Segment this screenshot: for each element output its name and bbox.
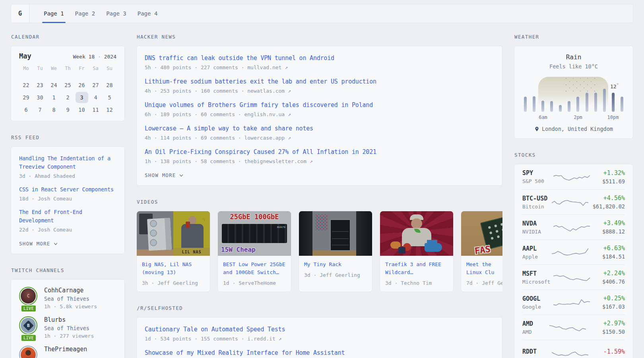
calendar-day: 12 bbox=[103, 104, 116, 115]
avatar[interactable]: C bbox=[19, 287, 37, 305]
stock-price: $406.76 bbox=[590, 278, 625, 285]
weekday-header: Mo bbox=[19, 66, 33, 74]
weather-bar bbox=[524, 97, 527, 112]
calendar-day: 29 bbox=[20, 92, 33, 103]
weekday-header: Sa bbox=[89, 66, 103, 74]
video-title-link[interactable]: My Tiny Rack bbox=[304, 261, 367, 268]
avatar[interactable] bbox=[19, 346, 37, 358]
external-link-icon[interactable]: ↗ bbox=[288, 88, 291, 94]
stock-name: NVIDIA bbox=[522, 229, 553, 235]
show-more-label: SHOW MORE bbox=[19, 241, 50, 247]
middle-column: HACKER NEWS DNS traffic can leak outside… bbox=[136, 34, 502, 358]
rss-item-link[interactable]: Handling The Indentation of a Treeview C… bbox=[19, 154, 116, 171]
thumbnail-brand: mikro bbox=[277, 226, 285, 229]
reddit-item-link[interactable]: Cautionary Tale on Automated Speed Tests bbox=[145, 325, 494, 334]
video-card: 25GbE 100GbE mikro 15W Cheap BEST Low Po… bbox=[217, 211, 291, 292]
rss-item: Handling The Indentation of a Treeview C… bbox=[19, 154, 116, 179]
stock-row: RDDT -1.59% bbox=[522, 340, 625, 358]
video-thumbnail[interactable]: FAS bbox=[461, 211, 502, 256]
external-link-icon[interactable]: ↗ bbox=[279, 336, 282, 342]
app-logo[interactable]: G bbox=[11, 4, 29, 23]
external-link-icon[interactable]: ↗ bbox=[288, 135, 291, 141]
hackernews-card: DNS traffic can leak outside the VPN tun… bbox=[136, 46, 502, 186]
stock-symbol[interactable]: GOOGL bbox=[522, 295, 553, 302]
video-title-link[interactable]: Meet theLinux Clu bbox=[466, 261, 502, 276]
calendar-day: 4 bbox=[89, 92, 102, 103]
video-thumbnail[interactable]: ⇘ LIL NAS bbox=[137, 211, 210, 256]
stock-price: $888.12 bbox=[590, 228, 625, 235]
chevron-down-icon bbox=[179, 173, 184, 178]
hn-item-link[interactable]: Unique volumes of Brothers Grimm fairy t… bbox=[145, 101, 494, 109]
calendar-day: 10 bbox=[76, 104, 88, 115]
video-thumbnail[interactable] bbox=[299, 211, 372, 256]
twitch-channel-row[interactable]: B LIVE Blurbs Sea of Thieves 1h · 277 vi… bbox=[19, 316, 116, 339]
external-link-icon[interactable]: ↗ bbox=[310, 158, 313, 164]
weather-bar bbox=[568, 101, 570, 112]
stock-change: +2.97% bbox=[586, 320, 625, 327]
twitch-channel-row[interactable]: ThePrimeagen bbox=[19, 346, 116, 358]
external-link-icon[interactable]: ↗ bbox=[288, 111, 291, 117]
reddit-item-link[interactable]: Showcase of my Mixed Reality Interface f… bbox=[145, 348, 494, 357]
twitch-game-link[interactable]: Sea of Thieves bbox=[44, 296, 97, 302]
tab-page-2[interactable]: Page 2 bbox=[70, 4, 101, 23]
hn-show-more-button[interactable]: SHOW MORE bbox=[145, 172, 494, 178]
video-title-link[interactable]: Big NAS, Lil NAS (moving 13) bbox=[142, 261, 205, 276]
twitch-avatar-wrap: B LIVE bbox=[19, 316, 38, 339]
rss-item-link[interactable]: The End of Front-End Development bbox=[19, 208, 116, 225]
hn-item-link[interactable]: Lithium-free sodium batteries exit the l… bbox=[145, 77, 494, 86]
weather-bar bbox=[541, 101, 544, 112]
calendar-day: 2 bbox=[62, 92, 74, 103]
location-pin-icon bbox=[534, 126, 539, 132]
hn-item-link[interactable]: An Oil Price-Fixing Conspiracy Caused 27… bbox=[145, 148, 494, 156]
stock-symbol[interactable]: AAPL bbox=[522, 245, 552, 252]
tab-page-3[interactable]: Page 3 bbox=[101, 4, 132, 23]
stock-name: S&P 500 bbox=[522, 178, 553, 184]
reddit-widget: /R/SELFHOSTED Cautionary Tale on Automat… bbox=[136, 305, 502, 358]
weather-bar bbox=[586, 93, 588, 112]
twitch-channel-name[interactable]: ThePrimeagen bbox=[44, 346, 87, 353]
video-card-body: My Tiny Rack 3d · Jeff Geerling bbox=[299, 256, 372, 284]
arrow-doodle-icon: ⇘ bbox=[202, 214, 207, 223]
stock-symbol[interactable]: SPY bbox=[522, 169, 553, 177]
twitch-channel-name[interactable]: CohhCarnage bbox=[44, 287, 97, 294]
rss-show-more-button[interactable]: SHOW MORE bbox=[19, 241, 116, 247]
video-meta: 1d · ServeTheHome bbox=[223, 280, 286, 286]
video-meta: 7d · Jeff Geerling bbox=[466, 280, 502, 286]
avatar[interactable]: B bbox=[19, 316, 37, 335]
stock-name: Microsoft bbox=[522, 279, 553, 285]
weather-widget: WEATHER Rain Feels like 10°C 12° 6am 2pm… bbox=[514, 34, 633, 139]
video-title-link[interactable]: BEST Low Power 25GbE and 100GbE Switch… bbox=[223, 261, 286, 276]
stock-change: +1.32% bbox=[590, 169, 625, 177]
hn-item-link[interactable]: DNS traffic can leak outside the VPN tun… bbox=[145, 54, 494, 62]
weather-bars bbox=[524, 77, 623, 112]
rss-item-link[interactable]: CSS in React Server Components bbox=[19, 185, 116, 194]
weather-bar-current bbox=[612, 93, 615, 112]
twitch-avatar-wrap bbox=[19, 346, 38, 358]
stock-symbol[interactable]: NVDA bbox=[522, 220, 553, 227]
calendar-widget: CALENDAR May Week 18 · 2024 Mo Tu bbox=[11, 34, 125, 121]
stock-symbol[interactable]: MSFT bbox=[522, 270, 553, 277]
twitch-channel-name[interactable]: Blurbs bbox=[44, 316, 94, 323]
twitch-card: C LIVE CohhCarnage Sea of Thieves 1h · 5… bbox=[11, 279, 125, 358]
video-thumbnail[interactable] bbox=[380, 211, 453, 256]
twitch-game-link[interactable]: Sea of Thieves bbox=[44, 325, 94, 331]
external-link-icon[interactable]: ↗ bbox=[285, 64, 288, 70]
tab-page-4[interactable]: Page 4 bbox=[132, 4, 163, 23]
calendar-day: 27 bbox=[89, 80, 102, 91]
stock-symbol[interactable]: RDDT bbox=[522, 348, 552, 355]
stock-row: NVDANVIDIA +3.49%$888.12 bbox=[522, 214, 625, 239]
weather-time-axis: 6am 2pm 10pm bbox=[524, 113, 623, 121]
thumbnail-caption: 25GbE 100GbE bbox=[218, 213, 291, 221]
stock-name: Bitcoin bbox=[522, 204, 552, 210]
video-thumbnail[interactable]: 25GbE 100GbE mikro 15W Cheap bbox=[218, 211, 291, 256]
hn-item-link[interactable]: Lowercase – A simple way to take and sha… bbox=[145, 124, 494, 133]
tab-page-1[interactable]: Page 1 bbox=[38, 4, 70, 23]
page-tabs: Page 1 Page 2 Page 3 Page 4 bbox=[29, 4, 163, 23]
stock-symbol[interactable]: BTC-USD bbox=[522, 195, 552, 202]
rss-item-meta: 3d · Ahmad Shadeed bbox=[19, 173, 116, 179]
reddit-card: Cautionary Tale on Automated Speed Tests… bbox=[136, 317, 502, 358]
stock-symbol[interactable]: AMD bbox=[522, 320, 549, 327]
weather-bar bbox=[594, 93, 597, 112]
video-title-link[interactable]: Traefik 3 and FREE Wildcard… bbox=[385, 261, 448, 276]
twitch-channel-row[interactable]: C LIVE CohhCarnage Sea of Thieves 1h · 5… bbox=[19, 287, 116, 309]
